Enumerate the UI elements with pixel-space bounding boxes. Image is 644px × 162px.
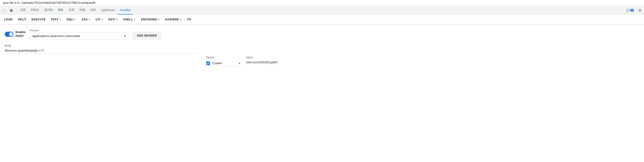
- body-label: Body: [5, 44, 639, 47]
- header-name-col: Name Cookie Authorization X-Forwarded-Fo…: [206, 56, 241, 66]
- sqli-dropdown-arrow: ▼: [74, 18, 76, 21]
- enctype-select-wrapper: application/x-www-form-urlencoded multip…: [30, 32, 128, 40]
- settings-icon-btn[interactable]: ⚙: [636, 7, 643, 14]
- devtools-tabbar: ⬚ ▣ 元素 控制台 源代码 网络 应用 性能 内存 Lighthouse Ha…: [0, 6, 644, 14]
- hashing-dropdown-arrow: ▼: [180, 18, 182, 21]
- issues-count: 2: [630, 9, 634, 12]
- name-col-label: Name: [206, 56, 241, 59]
- body-section: Body: [5, 44, 639, 54]
- device-icon-btn[interactable]: ▣: [8, 7, 14, 14]
- hackbar-split-btn[interactable]: SPLIT: [16, 16, 29, 22]
- post-row: Enable POST enctype application/x-www-fo…: [5, 29, 639, 40]
- enable-post-toggle[interactable]: [5, 32, 14, 37]
- cookie-select[interactable]: Cookie Authorization X-Forwarded-For Ref…: [212, 60, 241, 66]
- issues-badge-btn[interactable]: 💬 2: [625, 8, 635, 12]
- main-content: Enable POST enctype application/x-www-fo…: [0, 24, 644, 68]
- header-value-text: role=czo1OiJhZG1pbil7: [246, 60, 278, 64]
- test-dropdown-arrow: ▼: [59, 18, 61, 21]
- hackbar-lfi-btn[interactable]: LFI ▼: [93, 16, 106, 22]
- headers-right: Name Cookie Authorization X-Forwarded-Fo…: [206, 56, 639, 66]
- header-checkbox[interactable]: [206, 62, 210, 65]
- hackbar-encoding-btn[interactable]: ENCODING ▼: [138, 16, 162, 22]
- value-col-label: Value: [246, 56, 278, 59]
- hackbar-th-btn[interactable]: TH: [185, 16, 194, 22]
- tab-network[interactable]: 网络: [56, 6, 66, 14]
- enctype-select[interactable]: application/x-www-form-urlencoded multip…: [30, 32, 128, 40]
- hackbar-xss-btn[interactable]: XSS ▼: [79, 16, 93, 22]
- shell-dropdown-arrow: ▼: [134, 18, 136, 21]
- body-input[interactable]: [5, 48, 197, 54]
- lfi-dropdown-arrow: ▼: [101, 18, 103, 21]
- hackbar-test-btn[interactable]: TEST ▼: [48, 16, 64, 22]
- hackbar-load-btn[interactable]: LOAD: [2, 16, 15, 22]
- ssti-dropdown-arrow: ▼: [116, 18, 118, 21]
- issues-icon: 💬: [626, 9, 630, 12]
- header-value-col: Value role=czo1OiJhZG1pbil7: [246, 56, 278, 64]
- enctype-section: enctype application/x-www-form-urlencode…: [30, 29, 128, 40]
- toggle-thumb: [9, 32, 13, 36]
- info-bar: your file is in ./uploads/7622e24de82a07…: [0, 0, 644, 6]
- tab-divider: [16, 8, 16, 12]
- hackbar-ssti-btn[interactable]: SSTI ▼: [106, 16, 120, 22]
- devtools-right-controls: 💬 2 ⚙: [625, 7, 643, 14]
- tab-sources[interactable]: 源代码: [42, 6, 55, 14]
- hackbar-shell-btn[interactable]: SHELL ▼: [121, 16, 138, 22]
- hackbar-execute-btn[interactable]: EXECUTE: [29, 16, 48, 22]
- enctype-label: enctype: [30, 29, 128, 32]
- xss-dropdown-arrow: ▼: [88, 18, 90, 21]
- hackbar-sqli-btn[interactable]: SQLI ▼: [64, 16, 79, 22]
- tab-memory[interactable]: 内存: [88, 6, 98, 14]
- toggle-label: Enable POST: [16, 30, 26, 38]
- headers-area: Name Cookie Authorization X-Forwarded-Fo…: [5, 56, 639, 66]
- tab-lighthouse[interactable]: Lighthouse: [99, 6, 117, 14]
- info-text: your file is in ./uploads/7622e24de82a07…: [3, 1, 96, 4]
- add-header-btn[interactable]: ADD HEADER: [132, 32, 161, 40]
- tab-hackbar[interactable]: HackBar: [118, 6, 133, 14]
- hackbar-hashing-btn[interactable]: HASHING ▼: [163, 16, 184, 22]
- cookie-select-wrapper: Cookie Authorization X-Forwarded-For Ref…: [212, 60, 241, 66]
- tab-performance[interactable]: 性能: [77, 6, 88, 14]
- header-row-items: Cookie Authorization X-Forwarded-For Ref…: [206, 60, 241, 66]
- tab-application[interactable]: 应用: [66, 6, 77, 14]
- enable-post-toggle-group: Enable POST: [5, 30, 26, 38]
- encoding-dropdown-arrow: ▼: [158, 18, 160, 21]
- hackbar-toolbar: LOAD SPLIT EXECUTE TEST ▼ SQLI ▼ XSS ▼ L…: [0, 14, 644, 24]
- inspect-icon-btn[interactable]: ⬚: [1, 7, 8, 14]
- tab-elements[interactable]: 元素: [18, 6, 28, 14]
- tab-console[interactable]: 控制台: [28, 6, 42, 14]
